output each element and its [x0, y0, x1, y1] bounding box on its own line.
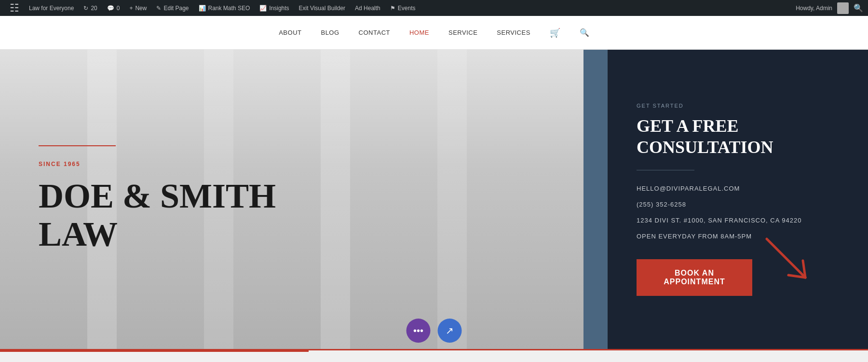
search-icon[interactable]: 🔍 — [854, 3, 863, 13]
panel-divider — [637, 170, 694, 170]
bottom-red-line — [0, 350, 309, 352]
edit-icon: ✎ — [156, 5, 161, 12]
edit-page-item[interactable]: ✎ Edit Page — [151, 0, 193, 16]
new-item[interactable]: + New — [124, 0, 151, 16]
book-appointment-button[interactable]: Book An Appointment — [637, 259, 752, 296]
hero-since: Since 1965 — [39, 161, 545, 167]
flag-icon: ⚑ — [390, 5, 395, 12]
rank-math-label: Rank Math SEO — [208, 5, 250, 12]
blue-strip — [583, 50, 608, 349]
avatar[interactable] — [837, 2, 849, 14]
comments-icon: 💬 — [107, 5, 114, 12]
events-item[interactable]: ⚑ Events — [385, 0, 420, 16]
updates-icon: ↻ — [83, 5, 88, 12]
nav-contact[interactable]: Contact — [359, 29, 390, 36]
events-label: Events — [398, 5, 416, 12]
contact-info: HELLO@DIVIPARALEGAL.COM (255) 352-6258 1… — [637, 185, 839, 240]
phone-item: (255) 352-6258 — [637, 201, 839, 208]
dots-icon: ••• — [413, 325, 423, 336]
ad-health-item[interactable]: Ad Health — [350, 0, 385, 16]
comments-count: 0 — [117, 5, 120, 12]
hero-title: DOE & SMITH LAW — [39, 177, 545, 253]
fab-container: ••• ↗ — [407, 319, 462, 343]
new-label: New — [135, 5, 147, 12]
bottom-bar: ⌄ LEARN MORE — [0, 349, 868, 362]
admin-bar-right: Howdy, Admin 🔍 — [796, 2, 863, 14]
nav-about[interactable]: About — [279, 29, 301, 36]
email-item: HELLO@DIVIPARALEGAL.COM — [637, 185, 839, 192]
site-name-label: Law for Everyone — [29, 5, 74, 12]
chart-icon: ↗ — [446, 325, 454, 336]
rank-math-icon: 📊 — [199, 5, 206, 12]
get-started-label: GET STARTED — [637, 103, 839, 109]
comments-item[interactable]: 💬 0 — [102, 0, 125, 16]
red-arrow-icon — [762, 234, 815, 287]
svg-line-0 — [767, 239, 805, 278]
site-name[interactable]: Law for Everyone — [24, 0, 79, 16]
hero-title-line1: DOE & SMITH — [39, 177, 276, 215]
menu-fab-button[interactable]: ••• — [407, 319, 431, 343]
nav-service[interactable]: Service — [448, 29, 477, 36]
rank-math-item[interactable]: 📊 Rank Math SEO — [194, 0, 255, 16]
consultation-title: GET A FREE CONSULTATION — [637, 116, 839, 157]
howdy-label: Howdy, Admin — [796, 5, 832, 12]
address-item: 1234 DIVI ST. #1000, SAN FRANCISCO, CA 9… — [637, 217, 839, 224]
hero-left: Since 1965 DOE & SMITH LAW — [0, 50, 583, 349]
nav-home[interactable]: Home — [409, 29, 429, 36]
insights-label: Insights — [269, 5, 289, 12]
nav-blog[interactable]: Blog — [321, 29, 339, 36]
analytics-fab-button[interactable]: ↗ — [438, 319, 462, 343]
hero-section: Since 1965 DOE & SMITH LAW GET STARTED G… — [0, 50, 868, 349]
search-nav-icon[interactable]: 🔍 — [580, 28, 589, 37]
hero-red-line — [39, 145, 116, 146]
ad-health-label: Ad Health — [355, 5, 380, 12]
exit-builder-item[interactable]: Exit Visual Builder — [294, 0, 351, 16]
updates-count: 20 — [91, 5, 97, 12]
insights-icon: 📈 — [259, 5, 267, 12]
insights-item[interactable]: 📈 Insights — [255, 0, 294, 16]
edit-page-label: Edit Page — [163, 5, 189, 12]
wp-logo[interactable]: ☷ — [5, 0, 24, 16]
wordpress-icon: ☷ — [10, 2, 19, 14]
cart-icon[interactable]: 🛒 — [550, 28, 560, 38]
nav-services[interactable]: Services — [497, 29, 530, 36]
exit-builder-label: Exit Visual Builder — [299, 5, 346, 12]
hero-right: GET STARTED GET A FREE CONSULTATION HELL… — [583, 50, 868, 349]
dark-panel: GET STARTED GET A FREE CONSULTATION HELL… — [608, 50, 868, 349]
nav-bar: About Blog Contact Home Service Services… — [0, 16, 868, 50]
hero-title-line2: LAW — [39, 215, 118, 253]
admin-bar: ☷ Law for Everyone ↻ 20 💬 0 + New ✎ Edit… — [0, 0, 868, 16]
updates-item[interactable]: ↻ 20 — [79, 0, 102, 16]
hero-content: Since 1965 DOE & SMITH LAW — [0, 116, 583, 282]
plus-icon: + — [129, 5, 133, 12]
